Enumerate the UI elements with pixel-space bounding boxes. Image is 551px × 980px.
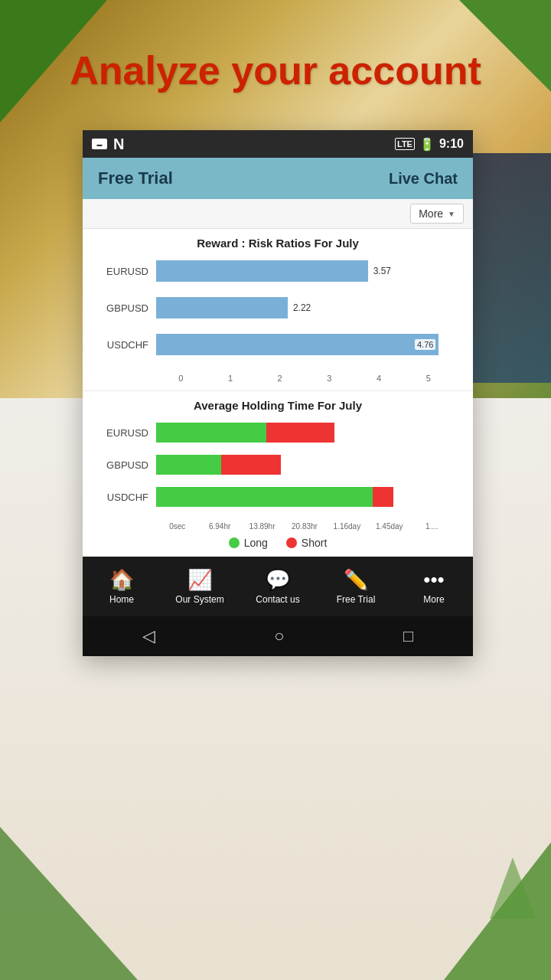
n-logo-icon: N bbox=[113, 136, 124, 153]
nav-label-contact-us: Contact us bbox=[256, 594, 299, 605]
x-tick-3: 3 bbox=[305, 374, 354, 383]
x-tick-1: 1 bbox=[206, 374, 256, 383]
x-tick-4: 4 bbox=[354, 374, 404, 383]
x-axis-reward-risk: 0 1 2 3 4 5 bbox=[103, 371, 453, 383]
nav-item-home[interactable]: 🏠 Home bbox=[83, 568, 161, 605]
phone-frame: ▬ N LTE 🔋 9:10 Free Trial Live Chat More… bbox=[83, 130, 473, 656]
holding-row-eurusd: EURUSD bbox=[103, 423, 453, 443]
bar-value-eurusd: 3.57 bbox=[373, 266, 391, 276]
holding-track-usdchf bbox=[156, 487, 453, 507]
home-icon: 🏠 bbox=[109, 568, 134, 592]
holding-track-eurusd bbox=[156, 423, 453, 443]
x-tick-0sec: 0sec bbox=[156, 522, 198, 531]
back-button[interactable]: ◁ bbox=[142, 626, 155, 646]
nav-item-our-system[interactable]: 📈 Our System bbox=[161, 568, 239, 605]
chart-legend: Long Short bbox=[95, 531, 461, 552]
status-left: ▬ N bbox=[92, 136, 124, 153]
nav-label-home: Home bbox=[109, 594, 134, 605]
reward-risk-chart-title: Reward : Risk Ratios For July bbox=[95, 237, 461, 250]
page-title: Analyze your account bbox=[0, 47, 551, 93]
x-tick-1389: 13.89hr bbox=[241, 522, 283, 531]
bar-label-eurusd: EURUSD bbox=[103, 266, 156, 277]
free-trial-icon: ✏️ bbox=[344, 568, 368, 592]
bar-label-gbpusd: GBPUSD bbox=[103, 302, 156, 314]
more-dropdown-label: More bbox=[419, 207, 443, 220]
holding-time-bar-chart: EURUSD GBPUSD bbox=[95, 423, 461, 531]
contact-icon: 💬 bbox=[266, 568, 290, 592]
holding-row-usdchf: USDCHF bbox=[103, 487, 453, 507]
holding-time-chart-section: Average Holding Time For July EURUSD GBP… bbox=[83, 391, 473, 557]
holding-track-gbpusd bbox=[156, 455, 453, 475]
nav-item-more[interactable]: ••• More bbox=[395, 568, 473, 605]
x-tick-2083: 20.83hr bbox=[283, 522, 325, 531]
bar-track-gbpusd: 2.22 bbox=[156, 297, 453, 318]
more-icon: ••• bbox=[423, 568, 444, 592]
holding-row-gbpusd: GBPUSD bbox=[103, 455, 453, 475]
bottom-nav: 🏠 Home 📈 Our System 💬 Contact us ✏️ Free… bbox=[83, 557, 473, 616]
holding-label-eurusd: EURUSD bbox=[103, 427, 156, 439]
bar-value-gbpusd: 2.22 bbox=[293, 302, 311, 313]
status-bar: ▬ N LTE 🔋 9:10 bbox=[83, 130, 473, 158]
x-tick-145: 1.45day bbox=[368, 522, 410, 531]
x-tick-0: 0 bbox=[156, 374, 206, 383]
holding-label-usdchf: USDCHF bbox=[103, 492, 156, 503]
reward-risk-bar-chart: EURUSD 3.57 GBPUSD 2.22 bbox=[95, 260, 461, 383]
x-tick-116: 1.16day bbox=[326, 522, 368, 531]
nav-label-our-system: Our System bbox=[175, 594, 223, 605]
x-tick-5: 5 bbox=[403, 374, 453, 383]
x-tick-more: 1.... bbox=[411, 522, 453, 531]
nav-item-free-trial[interactable]: ✏️ Free Trial bbox=[317, 568, 395, 605]
short-color-dot bbox=[286, 537, 297, 548]
nav-item-contact-us[interactable]: 💬 Contact us bbox=[239, 568, 317, 605]
reward-risk-chart-section: Reward : Risk Ratios For July EURUSD 3.5… bbox=[83, 229, 473, 391]
live-chat-button[interactable]: Live Chat bbox=[389, 170, 458, 188]
bar-track-eurusd: 3.57 bbox=[156, 260, 453, 282]
bar-row-usdchf: USDCHF 4.76 bbox=[103, 334, 453, 355]
short-label: Short bbox=[302, 537, 327, 549]
bar-row-gbpusd: GBPUSD 2.22 bbox=[103, 297, 453, 318]
bar-label-usdchf: USDCHF bbox=[103, 339, 156, 351]
long-label: Long bbox=[244, 537, 268, 549]
holding-time-chart-title: Average Holding Time For July bbox=[95, 399, 461, 412]
more-dropdown-button[interactable]: More ▼ bbox=[410, 204, 464, 224]
time-display: 9:10 bbox=[439, 137, 464, 151]
sim-icon: ▬ bbox=[92, 139, 107, 149]
lte-icon: LTE bbox=[395, 138, 415, 150]
nav-label-free-trial: Free Trial bbox=[337, 594, 376, 605]
status-right: LTE 🔋 9:10 bbox=[395, 137, 464, 152]
our-system-icon: 📈 bbox=[187, 568, 212, 592]
long-color-dot bbox=[229, 537, 240, 548]
app-header: Free Trial Live Chat bbox=[83, 158, 473, 199]
x-tick-2: 2 bbox=[255, 374, 305, 383]
header-title: Free Trial bbox=[98, 168, 173, 188]
bar-track-usdchf: 4.76 bbox=[156, 334, 453, 355]
holding-label-gbpusd: GBPUSD bbox=[103, 459, 156, 471]
home-button[interactable]: ○ bbox=[274, 626, 284, 646]
legend-long: Long bbox=[229, 537, 268, 549]
legend-short: Short bbox=[286, 537, 327, 549]
more-bar: More ▼ bbox=[83, 199, 473, 229]
battery-icon: 🔋 bbox=[419, 137, 435, 152]
x-axis-holding: 0sec 6.94hr 13.89hr 20.83hr 1.16day 1.45… bbox=[103, 519, 453, 531]
nav-label-more: More bbox=[423, 594, 444, 605]
bar-value-usdchf: 4.76 bbox=[415, 339, 435, 350]
x-tick-694: 6.94hr bbox=[198, 522, 240, 531]
android-nav-bar: ◁ ○ □ bbox=[83, 616, 473, 656]
recents-button[interactable]: □ bbox=[403, 626, 413, 646]
chevron-down-icon: ▼ bbox=[448, 210, 455, 218]
bar-row-eurusd: EURUSD 3.57 bbox=[103, 260, 453, 282]
